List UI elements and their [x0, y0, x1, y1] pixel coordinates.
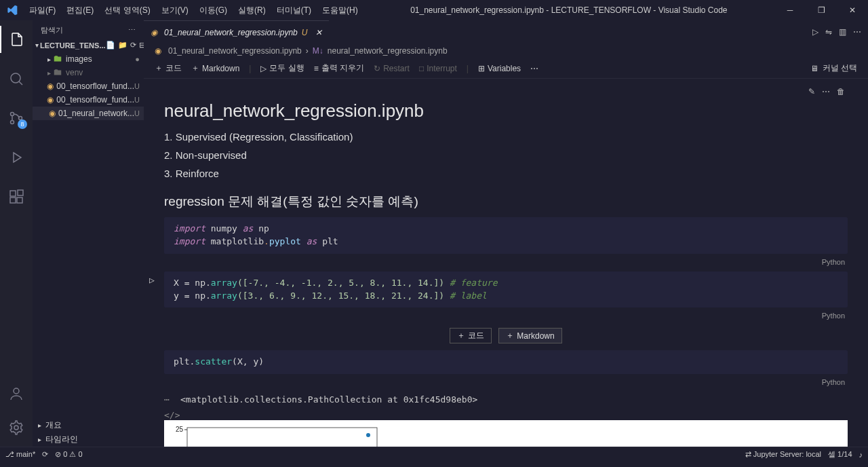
breadcrumb[interactable]: ◉ 01_neural_network_regression.ipynb › M… — [144, 43, 868, 58]
kernel-select-button[interactable]: 커널 선택 — [823, 62, 857, 74]
tab-badge: U — [302, 28, 308, 37]
menu-run[interactable]: 실행(R) — [233, 2, 271, 19]
sidebar-more-icon[interactable]: ⋯ — [128, 26, 136, 35]
tree-folder-venv[interactable]: ▸venv — [33, 66, 144, 79]
md-line: 2. Non-supervised — [164, 149, 848, 161]
cell-lang: Python — [164, 257, 848, 272]
cell-more-icon[interactable]: ⋯ — [822, 87, 830, 96]
edit-icon[interactable]: ✎ — [808, 87, 815, 96]
vscode-icon — [0, 5, 24, 16]
code-cell-3[interactable]: plt.scatter(X, y) — [164, 350, 848, 374]
account-icon[interactable] — [0, 380, 33, 407]
tree-file-nb1[interactable]: ◉01_neural_network...U — [33, 107, 144, 120]
tree-file-nb0b[interactable]: ◉00_tensorflow_fund...U — [33, 93, 144, 107]
jupyter-icon: ◉ — [151, 28, 157, 37]
menu-edit[interactable]: 편집(E) — [61, 2, 99, 19]
status-sync-icon[interactable]: ⟳ — [42, 450, 48, 459]
svg-point-0 — [11, 73, 20, 83]
notebook-content[interactable]: ✎ ⋯ 🗑 neural_network_regression.ipynb 1.… — [144, 79, 868, 447]
search-icon[interactable] — [0, 65, 33, 92]
interrupt-button[interactable]: □ Interrupt — [419, 64, 457, 73]
svg-point-8 — [14, 388, 19, 394]
menu-go[interactable]: 이동(G) — [194, 2, 233, 19]
timeline-item[interactable]: ▸타임라인 — [33, 432, 144, 447]
breadcrumb-section[interactable]: neural_network_regression.ipynb — [328, 46, 448, 56]
outline-item[interactable]: ▸개요 — [33, 418, 144, 432]
sidebar: 탐색기 ⋯ ▾ LECTURE_TENS... 📄 📁 ⟳ ⊟ ▸images●… — [33, 20, 144, 447]
run-cell-icon[interactable]: ▷ — [149, 274, 155, 287]
add-cell-buttons: ＋ 코드 ＋ Markdown — [164, 325, 848, 350]
inline-add-code[interactable]: ＋ 코드 — [450, 328, 492, 343]
status-branch[interactable]: ⎇ main* — [5, 450, 35, 459]
svg-point-9 — [14, 426, 18, 430]
folder-header[interactable]: ▾ LECTURE_TENS... 📄 📁 ⟳ ⊟ — [33, 39, 144, 51]
svg-rect-10 — [187, 428, 377, 447]
status-cell-pos[interactable]: 셀 1/14 — [828, 449, 852, 460]
menu-selection[interactable]: 선택 영역(S) — [99, 2, 155, 19]
markdown-cell[interactable]: neural_network_regression.ipynb 1. Super… — [164, 100, 848, 210]
activity-bar: 8 — [0, 20, 33, 447]
breadcrumb-file[interactable]: 01_neural_network_regression.ipynb — [168, 46, 302, 56]
folder-name: LECTURE_TENS... — [40, 41, 106, 50]
split-icon[interactable]: ▥ — [839, 27, 846, 37]
restart-button[interactable]: ↻ Restart — [374, 64, 410, 73]
settings-icon[interactable] — [0, 414, 33, 441]
sidebar-header: 탐색기 ⋯ — [33, 20, 144, 39]
new-folder-icon[interactable]: 📁 — [118, 41, 127, 50]
jupyter-icon: ◉ — [155, 46, 161, 56]
chevron-down-icon: ▾ — [35, 41, 39, 49]
svg-point-17 — [366, 433, 370, 437]
window-title: 01_neural_network_regression.ipynb - LEC… — [363, 5, 774, 15]
delete-icon[interactable]: 🗑 — [837, 87, 845, 96]
cell-action-bar: ✎ ⋯ 🗑 — [164, 86, 848, 98]
cell-title: neural_network_regression.ipynb — [164, 100, 848, 122]
code-cell-2[interactable]: ▷ X = np.array([-7., -4., -1., 2., 5., 8… — [164, 272, 848, 308]
md-line: 1. Supervised (Regression, Classificatio… — [164, 131, 848, 143]
menu-bar: 파일(F) 편집(E) 선택 영역(S) 보기(V) 이동(G) 실행(R) 터… — [24, 2, 363, 19]
menu-file[interactable]: 파일(F) — [24, 2, 61, 19]
editor-more-icon[interactable]: ⋯ — [853, 27, 861, 37]
scm-badge: 8 — [18, 119, 27, 129]
code-marker-icon: </> — [164, 410, 180, 420]
status-bell-icon[interactable]: ♪ — [859, 451, 863, 459]
svg-point-1 — [11, 113, 14, 116]
tree-file-nb0a[interactable]: ◉00_tensorflow_fund...U — [33, 79, 144, 93]
tree-folder-images[interactable]: ▸images● — [33, 52, 144, 66]
menu-view[interactable]: 보기(V) — [156, 2, 194, 19]
run-all-button[interactable]: ▷ 모두 실행 — [260, 62, 304, 74]
sidebar-title: 탐색기 — [41, 25, 63, 35]
run-icon[interactable]: ▷ — [812, 27, 818, 37]
tab-close-icon[interactable]: ✕ — [315, 28, 322, 37]
menu-terminal[interactable]: 터미널(T) — [271, 2, 317, 19]
output-value: <matplotlib.collections.PathCollection a… — [180, 394, 477, 405]
clear-output-button[interactable]: ≡ 출력 지우기 — [314, 62, 364, 74]
extensions-icon[interactable] — [0, 183, 33, 210]
menu-help[interactable]: 도움말(H) — [317, 2, 363, 19]
explorer-icon[interactable] — [0, 26, 33, 53]
svg-rect-4 — [10, 191, 16, 196]
code-cell-1[interactable]: import numpy as np import matplotlib.pyp… — [164, 217, 848, 254]
toolbar-more-icon[interactable]: ⋯ — [530, 64, 538, 73]
tab-notebook[interactable]: ◉ 01_neural_network_regression.ipynb U ✕ — [144, 20, 329, 43]
inline-add-markdown[interactable]: ＋ Markdown — [498, 328, 561, 343]
kernel-indicator-icon: 🖥 — [810, 64, 818, 73]
svg-text:25: 25 — [176, 426, 184, 433]
chevron-right-icon: › — [306, 46, 309, 56]
md-line: 3. Reinforce — [164, 168, 848, 179]
add-markdown-button[interactable]: ＋ Markdown — [191, 62, 239, 74]
maximize-button[interactable]: ❐ — [806, 0, 837, 20]
nb-toolbar: ＋ 코드 ＋ Markdown | ▷ 모두 실행 ≡ 출력 지우기 ↻ Res… — [144, 58, 868, 79]
scm-icon[interactable]: 8 — [0, 105, 33, 132]
status-server[interactable]: ⇄ Jupyter Server: local — [745, 450, 821, 459]
status-bar: ⎇ main* ⟳ ⊘ 0 ⚠ 0 ⇄ Jupyter Server: loca… — [0, 447, 868, 462]
variables-button[interactable]: ⊞ Variables — [478, 64, 521, 73]
close-button[interactable]: ✕ — [837, 0, 868, 20]
add-code-button[interactable]: ＋ 코드 — [155, 62, 182, 74]
minimize-button[interactable]: ─ — [774, 0, 806, 20]
title-bar: 파일(F) 편집(E) 선택 영역(S) 보기(V) 이동(G) 실행(R) 터… — [0, 0, 868, 20]
diff-icon[interactable]: ⇋ — [825, 27, 832, 37]
new-file-icon[interactable]: 📄 — [106, 41, 115, 50]
debug-icon[interactable] — [0, 144, 33, 171]
status-problems[interactable]: ⊘ 0 ⚠ 0 — [55, 450, 82, 459]
refresh-icon[interactable]: ⟳ — [130, 41, 136, 50]
